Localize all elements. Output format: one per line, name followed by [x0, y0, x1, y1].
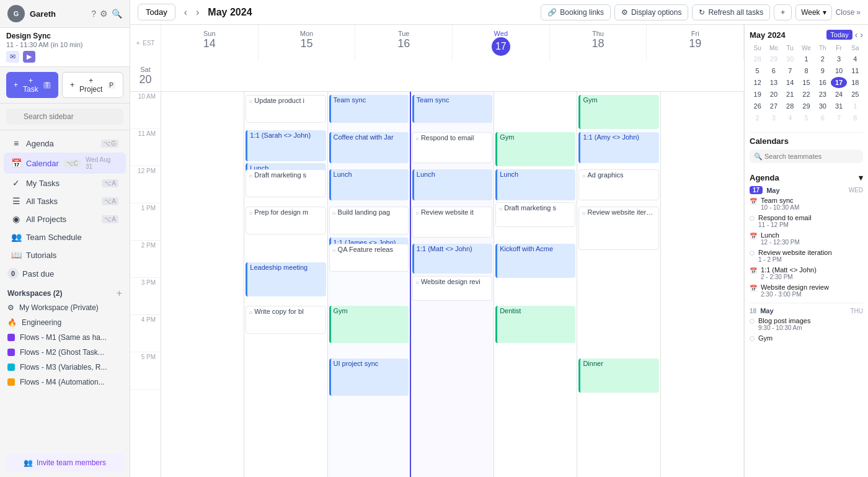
agenda-toggle[interactable]: ▾ [859, 173, 863, 182]
workspace-item-private[interactable]: ⚙ My Workspace (Private) [0, 300, 130, 315]
event-draft-marketing-mon[interactable]: ○ Draft marketing s [246, 169, 326, 197]
display-options-button[interactable]: ⚙ Display options [614, 4, 688, 20]
mini-day[interactable]: 15 [799, 77, 814, 88]
mini-day[interactable]: 27 [766, 100, 781, 112]
search-teammates-input[interactable] [750, 149, 863, 163]
mini-day[interactable]: 13 [766, 77, 781, 88]
sidebar-item-team-schedule[interactable]: 👥 Team Schedule [4, 228, 126, 246]
mini-day[interactable]: 7 [782, 65, 798, 76]
mini-day[interactable]: 30 [815, 100, 830, 112]
add-task-button[interactable]: + + Task T [6, 72, 58, 98]
agenda-item-review-website[interactable]: Review website iteration 1 - 2 PM [750, 249, 863, 263]
week-select[interactable]: Week ▾ [795, 4, 831, 20]
event-qa-feature[interactable]: ○ QA Feature releas [329, 244, 409, 272]
mini-day[interactable]: 7 [831, 112, 846, 123]
booking-links-button[interactable]: 🔗 Booking links [541, 4, 611, 20]
sidebar-item-all-tasks[interactable]: ☰ All Tasks ⌥A [4, 192, 126, 210]
event-11-matt-john[interactable]: 1:1 (Matt <> John) [412, 244, 492, 274]
mini-day[interactable]: 1 [848, 100, 863, 112]
mini-day[interactable]: 2 [815, 53, 830, 65]
sidebar-item-all-projects[interactable]: ◉ All Projects ⌥A [4, 210, 126, 228]
event-kickoff-acme[interactable]: Kickoff with Acme [495, 244, 575, 278]
agenda-item-blog-post[interactable]: Blog post images 9:30 - 10:30 Am [750, 317, 863, 331]
mini-next-button[interactable]: › [860, 30, 863, 40]
mini-day[interactable]: 3 [766, 112, 781, 123]
mini-day[interactable]: 10 [831, 65, 846, 76]
mini-day[interactable]: 16 [815, 77, 830, 88]
workspace-item-engineering[interactable]: 🔥 Engineering [0, 315, 130, 330]
search-input[interactable] [6, 109, 123, 125]
event-website-design-review[interactable]: ○ Website design revi [412, 276, 492, 301]
video-action-btn[interactable]: ▶ [23, 51, 35, 63]
event-review-website-fri[interactable]: ○ Review website iterations [578, 207, 658, 250]
mini-day[interactable]: 26 [750, 100, 765, 112]
event-respond-email[interactable]: ○ Respond to email [412, 132, 492, 163]
event-dentist[interactable]: Dentist [495, 306, 575, 343]
event-11-sarah-john[interactable]: 1:1 (Sarah <> John) [246, 130, 326, 161]
sidebar-item-my-tasks[interactable]: ✓ My Tasks ⌥A [4, 174, 126, 192]
mini-day[interactable]: 14 [782, 77, 798, 88]
mini-day-today[interactable]: 17 [831, 77, 846, 88]
agenda-item-website-design[interactable]: 📅 Website design review 2:30 - 3:00 PM [750, 283, 863, 298]
event-gym-thu[interactable]: Gym [495, 132, 575, 166]
refresh-tasks-button[interactable]: ↻ Refresh all tasks [692, 4, 770, 20]
next-week-button[interactable]: › [192, 4, 203, 20]
mini-day[interactable]: 4 [782, 112, 798, 123]
mini-day[interactable]: 8 [848, 112, 863, 123]
invite-team-members-button[interactable]: 👥 Invite team members [5, 453, 125, 472]
mini-today-button[interactable]: Today [826, 30, 852, 40]
close-button[interactable]: Close » [836, 8, 861, 17]
search-icon[interactable]: 🔍 [112, 9, 122, 19]
sidebar-item-calendar[interactable]: 📅 Calendar ⌥C Wed Aug 31 [4, 153, 126, 174]
add-icon[interactable]: + [136, 39, 140, 47]
event-update-product[interactable]: ○ Update product i [246, 95, 326, 123]
event-prep-design[interactable]: ○ Prep for design m [246, 207, 326, 234]
add-project-button[interactable]: + + Project P [62, 72, 123, 98]
mini-day[interactable]: 3 [831, 53, 846, 65]
mini-day[interactable]: 19 [750, 89, 765, 100]
event-11-amy-john[interactable]: 1:1 (Amy <> John) [578, 132, 658, 163]
prev-week-button[interactable]: ‹ [180, 4, 191, 20]
event-gym-fri[interactable]: Gym [578, 95, 658, 129]
event-build-landing[interactable]: ○ Build landing pag [329, 207, 409, 234]
event-lunch-wed[interactable]: Lunch [412, 169, 492, 200]
mini-day[interactable]: 29 [799, 100, 814, 112]
mini-day[interactable]: 23 [815, 89, 830, 100]
mini-day[interactable]: 5 [799, 112, 814, 123]
mini-day[interactable]: 1 [799, 53, 814, 65]
workspace-item-flow-m3[interactable]: Flows - M3 (Variables, R... [0, 360, 130, 375]
workspace-item-flow-m2[interactable]: Flows - M2 (Ghost Task... [0, 345, 130, 360]
event-lunch-tue[interactable]: Lunch [329, 169, 409, 200]
event-leadeship-meeting[interactable]: Leadeship meeting [246, 262, 326, 296]
add-event-button[interactable]: + [774, 4, 792, 20]
event-ad-graphics[interactable]: ○ Ad graphics [578, 169, 658, 200]
mini-day[interactable]: 24 [831, 89, 846, 100]
mini-day[interactable]: 12 [750, 77, 765, 88]
sidebar-item-agenda[interactable]: ≡ Agenda ⌥G [4, 135, 126, 152]
mini-day[interactable]: 28 [782, 100, 798, 112]
mini-day[interactable]: 28 [750, 53, 765, 65]
mini-day[interactable]: 8 [799, 65, 814, 76]
agenda-item-team-sync[interactable]: 📅 Team sync 10 - 10:30 AM [750, 197, 863, 211]
mini-day[interactable]: 20 [766, 89, 781, 100]
mini-day[interactable]: 25 [848, 89, 863, 100]
mini-day[interactable]: 6 [766, 65, 781, 76]
event-draft-marketing-thu[interactable]: ○ Draft marketing s [495, 202, 575, 227]
event-lunch-thu[interactable]: Lunch [495, 169, 575, 200]
mini-day[interactable]: 30 [782, 53, 798, 65]
mini-day[interactable]: 21 [782, 89, 798, 100]
mini-day[interactable]: 5 [750, 65, 765, 76]
event-gym-tue[interactable]: Gym [329, 306, 409, 343]
mini-day[interactable]: 18 [848, 77, 863, 88]
mail-action-btn[interactable]: ✉ [6, 51, 19, 63]
settings-icon[interactable]: ⚙ [100, 9, 108, 19]
sidebar-item-tutorials[interactable]: 📖 Tutorials [4, 246, 126, 264]
mini-day[interactable]: 4 [848, 53, 863, 65]
event-ui-project-sync[interactable]: UI project sync [329, 359, 409, 396]
event-team-sync-wed[interactable]: Team sync [412, 95, 492, 123]
agenda-item-respond-email[interactable]: Respond to email 11 - 12 PM [750, 214, 863, 228]
mini-day[interactable]: 11 [848, 65, 863, 76]
event-review-website-wed[interactable]: ○ Review website it [412, 207, 492, 238]
mini-prev-button[interactable]: ‹ [855, 30, 858, 40]
event-coffee-chat[interactable]: Coffee chat with Jar [329, 132, 409, 163]
